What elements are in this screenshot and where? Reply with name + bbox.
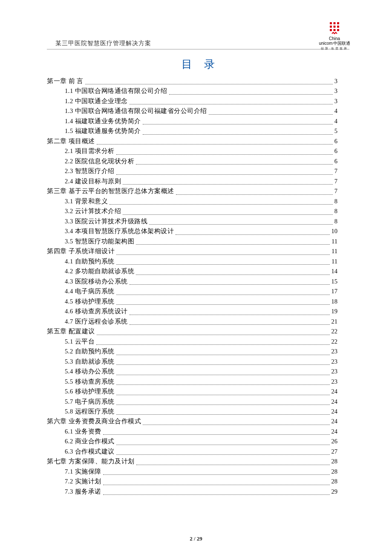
toc-entry[interactable]: 5.2 自助预约系统23 <box>47 347 337 356</box>
toc-entry-label: 2.3 智慧医疗介绍 <box>65 166 115 176</box>
header-title: 某三甲医院智慧医疗管理解决方案 <box>55 40 151 47</box>
toc-entry-page: 28 <box>331 457 338 466</box>
toc-dot-leader <box>143 116 333 124</box>
toc-entry[interactable]: 6.1 业务资费24 <box>47 427 337 436</box>
toc-entry[interactable]: 5.6 移动护理系统24 <box>47 387 337 396</box>
toc-entry-label: 第一章 前 言 <box>47 76 84 86</box>
toc-entry[interactable]: 3.3 医院云计算技术升级路线8 <box>47 217 337 226</box>
toc-entry-page: 6 <box>334 146 337 156</box>
toc-entry[interactable]: 2.1 项目需求分析6 <box>47 146 337 156</box>
toc-entry[interactable]: 1.5 福建联通服务优势简介5 <box>47 126 337 136</box>
toc-dot-leader <box>130 306 330 315</box>
toc-entry[interactable]: 4.5 移动护理系统18 <box>47 297 337 306</box>
toc-entry[interactable]: 第六章 业务资费及商业合作模式24 <box>47 416 337 426</box>
toc-dot-leader <box>130 317 330 325</box>
toc-entry-label: 第二章 项目概述 <box>47 136 96 146</box>
toc-entry-page: 23 <box>331 377 338 387</box>
toc-entry-label: 4.1 自助预约系统 <box>65 257 115 266</box>
toc-entry[interactable]: 3.1 背景和意义8 <box>47 197 337 206</box>
toc-entry[interactable]: 5.4 移动办公系统23 <box>47 367 337 376</box>
toc-entry-page: 7 <box>334 166 337 176</box>
logo-text-en-2: unicom中国联通 <box>311 41 358 46</box>
toc-dot-leader <box>103 467 330 475</box>
toc-entry-page: 3 <box>334 86 337 96</box>
toc-entry-label: 6.3 合作模式建议 <box>65 447 115 457</box>
toc-entry[interactable]: 第五章 配置建议22 <box>47 327 337 336</box>
toc-entry[interactable]: 4.4 电子病历系统17 <box>47 286 337 296</box>
toc-entry[interactable]: 第四章 子系统详细设计11 <box>47 246 337 256</box>
toc-entry-page: 24 <box>331 416 338 426</box>
toc-entry-label: 7.1 实施保障 <box>65 467 102 477</box>
toc-entry[interactable]: 7.2 实施计划28 <box>47 477 337 486</box>
toc-entry[interactable]: 4.6 移动查房系统设计19 <box>47 306 337 316</box>
toc-entry[interactable]: 4.1 自助预约系统11 <box>47 257 337 266</box>
toc-entry-page: 28 <box>331 477 338 486</box>
toc-entry-page: 11 <box>331 257 337 266</box>
toc-dot-leader <box>116 367 330 375</box>
toc-entry[interactable]: 1.3 中国联合网络通信有限公司福建省分公司介绍4 <box>47 106 337 116</box>
toc-entry-label: 3.2 云计算技术介绍 <box>65 206 122 216</box>
toc-entry-label: 5.2 自助预约系统 <box>65 347 115 356</box>
toc-dot-leader <box>136 237 330 245</box>
toc-dot-leader <box>130 96 333 104</box>
toc-dot-leader <box>116 257 330 265</box>
toc-entry-page: 6 <box>334 136 337 146</box>
toc-entry-label: 3.3 医院云计算技术升级路线 <box>65 217 148 226</box>
page-footer: 2 / 29 <box>0 535 392 542</box>
toc-entry[interactable]: 1.4 福建联通业务优势简介4 <box>47 116 337 126</box>
logo-text-cn: 中国联通 <box>333 41 350 46</box>
toc-entry[interactable]: 1.2 中国联通企业理念3 <box>47 96 337 106</box>
toc-entry[interactable]: 6.2 商业合作模式26 <box>47 436 337 446</box>
toc-entry[interactable]: 1.1 中国联合网络通信有限公司介绍3 <box>47 86 337 96</box>
toc-entry[interactable]: 3.5 智慧医疗功能架构图11 <box>47 237 337 246</box>
toc-entry-label: 1.4 福建联通业务优势简介 <box>65 116 142 126</box>
toc-entry-page: 24 <box>331 427 338 436</box>
toc-entry-label: 5.4 移动办公系统 <box>65 367 115 376</box>
toc-entry-label: 7.2 实施计划 <box>65 477 102 486</box>
toc-entry[interactable]: 5.5 移动查房系统23 <box>47 377 337 387</box>
toc-entry-label: 1.3 中国联合网络通信有限公司福建省分公司介绍 <box>65 106 208 116</box>
toc-entry[interactable]: 6.3 合作模式建议27 <box>47 447 337 457</box>
toc-entry[interactable]: 7.3 服务承诺29 <box>47 487 337 497</box>
toc-entry-label: 5.5 移动查房系统 <box>65 377 115 387</box>
toc-entry[interactable]: 5.1 云平台22 <box>47 337 337 347</box>
toc-entry-page: 5 <box>334 126 337 136</box>
toc-entry-page: 3 <box>334 96 337 106</box>
toc-entry-label: 1.2 中国联通企业理念 <box>65 96 129 106</box>
toc-entry[interactable]: 5.8 远程医疗系统24 <box>47 407 337 416</box>
toc-entry-page: 11 <box>331 246 337 256</box>
toc-entry[interactable]: 2.3 智慧医疗介绍7 <box>47 166 337 176</box>
toc-entry[interactable]: 3.4 本项目智慧医疗系统总体架构设计10 <box>47 226 337 236</box>
toc-entry[interactable]: 5.3 自助就诊系统23 <box>47 357 337 367</box>
toc-entry[interactable]: 4.2 多功能自助就诊系统14 <box>47 266 337 276</box>
toc-entry[interactable]: 7.1 实施保障28 <box>47 467 337 477</box>
svg-rect-3 <box>330 26 332 28</box>
toc-entry-page: 8 <box>334 217 337 226</box>
toc-entry-label: 6.1 业务资费 <box>65 427 102 436</box>
toc-dot-leader <box>143 126 333 134</box>
toc-entry-label: 5.1 云平台 <box>65 337 95 347</box>
toc-dot-leader <box>209 106 333 114</box>
toc-dot-leader <box>116 286 330 295</box>
toc-entry[interactable]: 3.2 云计算技术介绍8 <box>47 206 337 216</box>
toc-entry-page: 23 <box>331 357 338 367</box>
toc-entry[interactable]: 第三章 基于云平台的智慧医疗总体方案概述7 <box>47 186 337 196</box>
svg-rect-4 <box>334 26 336 28</box>
toc-dot-leader <box>176 186 333 194</box>
toc-entry[interactable]: 2.2 医院信息化现状分析6 <box>47 156 337 166</box>
toc-entry[interactable]: 第一章 前 言3 <box>47 76 337 86</box>
toc-entry[interactable]: 第二章 项目概述6 <box>47 136 337 146</box>
toc-entry-label: 3.4 本项目智慧医疗系统总体架构设计 <box>65 226 175 236</box>
toc-entry-page: 4 <box>334 116 337 126</box>
toc-entry[interactable]: 4.7 医疗远程会诊系统21 <box>47 317 337 327</box>
toc-dot-leader <box>116 246 330 254</box>
toc-dot-leader <box>143 416 329 425</box>
toc-entry-page: 6 <box>334 156 337 166</box>
toc-entry[interactable]: 第七章 方案保障、能力及计划28 <box>47 457 337 466</box>
toc-entry-label: 1.1 中国联合网络通信有限公司介绍 <box>65 86 168 96</box>
toc-entry[interactable]: 4.3 医院移动办公系统15 <box>47 277 337 286</box>
toc-entry-page: 8 <box>334 197 337 206</box>
toc-entry[interactable]: 2.4 建设目标与原则7 <box>47 176 337 186</box>
toc-entry-page: 15 <box>331 277 338 286</box>
toc-entry[interactable]: 5.7 电子病历系统24 <box>47 397 337 407</box>
